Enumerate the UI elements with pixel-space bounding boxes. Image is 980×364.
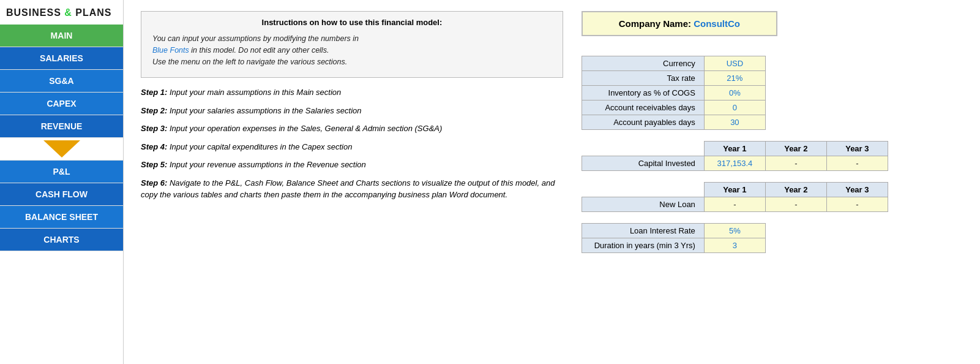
nav-pl[interactable]: P&L — [0, 161, 123, 183]
loan-empty-header — [582, 183, 704, 197]
capital-empty-header — [582, 142, 704, 156]
capital-year3-value[interactable]: - — [826, 156, 888, 171]
inventory-value[interactable]: 0% — [704, 86, 765, 100]
table-row: Duration in years (min 3 Yrs) 3 — [582, 238, 765, 253]
loan-year1-value[interactable]: - — [704, 197, 765, 212]
loan-year2-value[interactable]: - — [765, 197, 826, 212]
company-name-value[interactable]: ConsultCo — [694, 18, 740, 29]
step-4-text: Input your capital expenditures in the C… — [167, 142, 352, 151]
step-3-text: Input your operation expenses in the Sal… — [167, 124, 442, 133]
step-5: Step 5: Input your revenue assumptions i… — [141, 159, 563, 171]
intro-line2: in this model. Do not edit any other cel… — [189, 46, 329, 55]
instructions-column: Instructions on how to use this financia… — [141, 11, 563, 353]
intro-line1: You can input your assumptions by modify… — [152, 34, 359, 43]
loan-interest-label: Loan Interest Rate — [582, 224, 704, 238]
table-row: Account receivables days 0 — [582, 100, 765, 115]
table-row: Currency USD — [582, 56, 765, 71]
nav-charts[interactable]: CHARTS — [0, 229, 123, 251]
step-6: Step 6: Navigate to the P&L, Cash Flow, … — [141, 177, 563, 201]
capital-year2-header: Year 2 — [765, 142, 826, 156]
loan-year3-header: Year 3 — [826, 183, 888, 197]
table-row: Tax rate 21% — [582, 71, 765, 86]
instructions-intro: You can input your assumptions by modify… — [152, 33, 552, 67]
new-loan-label: New Loan — [582, 197, 704, 212]
loan-duration-label: Duration in years (min 3 Yrs) — [582, 238, 704, 253]
capital-year1-header: Year 1 — [704, 142, 765, 156]
nav-balancesheet[interactable]: BALANCE SHEET — [0, 206, 123, 229]
capital-invested-label: Capital Invested — [582, 156, 704, 171]
ap-days-label: Account payables days — [582, 115, 704, 130]
capital-year1-value[interactable]: 317,153.4 — [704, 156, 765, 171]
brand-text-after: PLANS — [72, 7, 112, 18]
step-1-text: Input your main assumptions in this Main… — [167, 88, 341, 97]
capital-year3-header: Year 3 — [826, 142, 888, 156]
step-1-bold: Step 1: — [141, 88, 167, 97]
data-column: Company Name: ConsultCo Currency USD Tax… — [582, 11, 965, 353]
table-row: Year 1 Year 2 Year 3 — [582, 142, 888, 156]
nav-arrow — [0, 138, 123, 161]
sidebar: BUSINESS & PLANS MAIN SALARIES SG&A CAPE… — [0, 0, 124, 364]
step-2: Step 2: Input your salaries assumptions … — [141, 105, 563, 117]
nav-revenue[interactable]: REVENUE — [0, 115, 123, 138]
step-2-bold: Step 2: — [141, 106, 167, 115]
step-6-text: Navigate to the P&L, Cash Flow, Balance … — [141, 178, 555, 200]
brand-text-before: BUSINESS — [6, 7, 64, 18]
brand-amp: & — [64, 7, 72, 18]
nav-capex[interactable]: CAPEX — [0, 93, 123, 115]
tax-rate-value[interactable]: 21% — [704, 71, 765, 86]
intro-line3: Use the menu on the left to navigate the… — [152, 58, 347, 66]
loan-interest-value[interactable]: 5% — [704, 224, 765, 238]
nav-main[interactable]: MAIN — [0, 25, 123, 47]
step-3: Step 3: Input your operation expenses in… — [141, 123, 563, 135]
ap-days-value[interactable]: 30 — [704, 115, 765, 130]
loan-year1-header: Year 1 — [704, 183, 765, 197]
table-row: Year 1 Year 2 Year 3 — [582, 183, 888, 197]
inventory-label: Inventory as % of COGS — [582, 86, 704, 100]
company-name-box: Company Name: ConsultCo — [582, 11, 777, 36]
step-5-bold: Step 5: — [141, 160, 167, 169]
company-name-label: Company Name: — [619, 18, 694, 29]
table-row: Inventory as % of COGS 0% — [582, 86, 765, 100]
instructions-title: Instructions on how to use this financia… — [152, 18, 552, 27]
intro-blue-fonts: Blue Fonts — [152, 46, 189, 55]
loan-table: Year 1 Year 2 Year 3 New Loan - - - — [582, 182, 888, 212]
nav-salaries[interactable]: SALARIES — [0, 47, 123, 70]
step-6-bold: Step 6: — [141, 178, 167, 188]
ar-days-label: Account receivables days — [582, 100, 704, 115]
capital-year2-value[interactable]: - — [765, 156, 826, 171]
step-3-bold: Step 3: — [141, 124, 167, 133]
capital-table: Year 1 Year 2 Year 3 Capital Invested 31… — [582, 141, 888, 171]
nav-cashflow[interactable]: CASH FLOW — [0, 183, 123, 206]
loan-year3-value[interactable]: - — [826, 197, 888, 212]
step-4: Step 4: Input your capital expenditures … — [141, 141, 563, 153]
currency-value[interactable]: USD — [704, 56, 765, 71]
loan-duration-value[interactable]: 3 — [704, 238, 765, 253]
currency-label: Currency — [582, 56, 704, 71]
instructions-box: Instructions on how to use this financia… — [141, 11, 563, 78]
loan-year2-header: Year 2 — [765, 183, 826, 197]
table-row: Loan Interest Rate 5% — [582, 224, 765, 238]
arrow-down-icon — [43, 140, 80, 157]
step-1: Step 1: Input your main assumptions in t… — [141, 86, 563, 99]
table-row: Account payables days 30 — [582, 115, 765, 130]
table-row: New Loan - - - — [582, 197, 888, 212]
brand-logo: BUSINESS & PLANS — [0, 0, 123, 25]
step-2-text: Input your salaries assumptions in the S… — [167, 106, 361, 115]
main-content: Instructions on how to use this financia… — [124, 0, 980, 364]
settings-table: Currency USD Tax rate 21% Inventory as %… — [582, 56, 766, 130]
step-5-text: Input your revenue assumptions in the Re… — [167, 160, 365, 169]
ar-days-value[interactable]: 0 — [704, 100, 765, 115]
nav-sga[interactable]: SG&A — [0, 70, 123, 93]
step-4-bold: Step 4: — [141, 142, 167, 151]
tax-rate-label: Tax rate — [582, 71, 704, 86]
table-row: Capital Invested 317,153.4 - - — [582, 156, 888, 171]
loan-settings-table: Loan Interest Rate 5% Duration in years … — [582, 223, 766, 253]
